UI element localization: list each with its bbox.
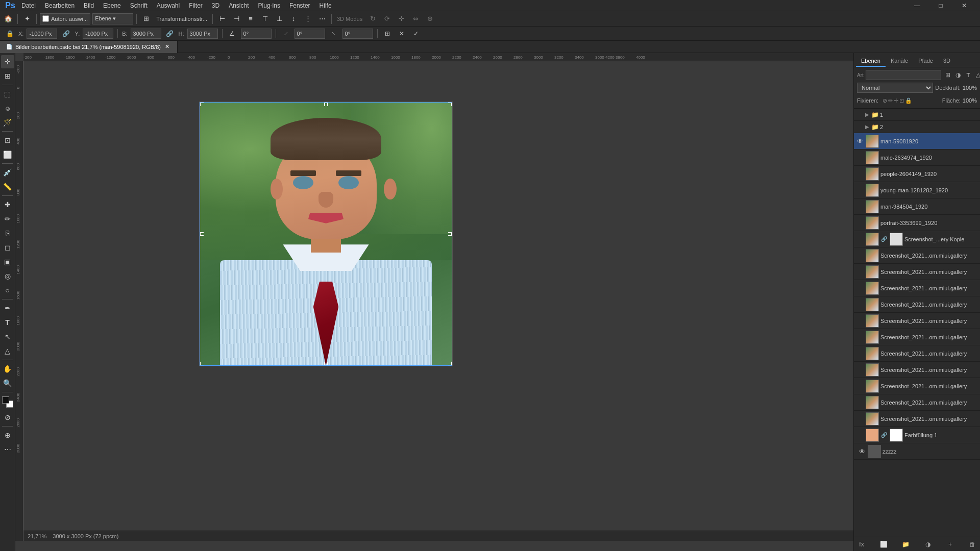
menu-bild[interactable]: Bild: [80, 1, 98, 10]
menu-ebene[interactable]: Ebene: [99, 1, 125, 10]
layer-ss1-vis[interactable]: 👁: [856, 252, 864, 260]
tab-ebenen[interactable]: Ebenen: [856, 56, 886, 67]
align-center-v-btn[interactable]: ⊥: [273, 13, 285, 25]
move-tool[interactable]: ✛: [1, 55, 14, 68]
menu-datei[interactable]: Datei: [17, 1, 40, 10]
healing-tool[interactable]: ✚: [1, 198, 14, 211]
layer-zzzzz[interactable]: 👁 zzzzz: [854, 443, 980, 460]
layer-ss5[interactable]: 👁 Screenshot_2021...om.miui.gallery: [854, 313, 980, 329]
distribute-btn[interactable]: ⋮: [302, 13, 314, 25]
layer-people2604-visibility[interactable]: 👁: [856, 170, 864, 178]
path-selection-tool[interactable]: ↖: [1, 330, 14, 343]
y-input[interactable]: [83, 29, 113, 39]
hand-tool[interactable]: ✋: [1, 362, 14, 375]
layer-man59-visibility[interactable]: 👁: [856, 137, 864, 145]
lock-pixels-btn[interactable]: ✏: [888, 97, 893, 104]
layer-man984[interactable]: 👁 man-984504_1920: [854, 198, 980, 215]
more-tools-btn[interactable]: ⋯: [1, 443, 14, 456]
layer-search-input[interactable]: [866, 70, 941, 80]
layer-chain-icon[interactable]: 🔗: [880, 236, 888, 243]
add-fx-btn[interactable]: fx: [856, 539, 867, 550]
layer-ss11[interactable]: 👁 Screenshot_2021...om.miui.gallery: [854, 411, 980, 427]
zoom-tool[interactable]: 🔍: [1, 377, 14, 390]
layer-ss6[interactable]: 👁 Screenshot_2021...om.miui.gallery: [854, 329, 980, 345]
menu-bearbeiten[interactable]: Bearbeiten: [41, 1, 79, 10]
layer-man59[interactable]: 👁 man-59081920: [854, 133, 980, 149]
layer-group-2[interactable]: 👁 ▶ 📁 2: [854, 121, 980, 133]
align-right-btn[interactable]: ≡: [244, 13, 257, 25]
layer-ss4-vis[interactable]: 👁: [856, 300, 864, 309]
layer-dropdown[interactable]: Ebene ▾: [92, 13, 133, 24]
move-tool-btn[interactable]: ✦: [21, 13, 33, 25]
magic-wand-tool[interactable]: 🪄: [1, 116, 14, 129]
eraser-tool[interactable]: ◻: [1, 241, 14, 254]
home-button[interactable]: 🏠: [2, 13, 14, 25]
layer-youngman[interactable]: 👁 young-man-1281282_1920: [854, 182, 980, 198]
layer-portrait3353[interactable]: 👁 portrait-3353699_1920: [854, 215, 980, 231]
change-mode-btn[interactable]: ⊕: [1, 429, 14, 442]
brush-tool[interactable]: ✏: [1, 212, 14, 226]
active-tab[interactable]: 📄 Bilder bearbeiten.psdc bei 21,7% (man-…: [0, 41, 178, 53]
menu-auswahl[interactable]: Auswahl: [153, 1, 184, 10]
layer-ss9-vis[interactable]: 👁: [856, 382, 864, 390]
layer-ss5-vis[interactable]: 👁: [856, 317, 864, 325]
layer-portrait3353-visibility[interactable]: 👁: [856, 219, 864, 227]
dodge-tool[interactable]: ○: [1, 284, 14, 297]
tab-kanaele[interactable]: Kanäle: [886, 56, 913, 67]
menu-fenster[interactable]: Fenster: [285, 1, 314, 10]
layer-ss10[interactable]: 👁 Screenshot_2021...om.miui.gallery: [854, 394, 980, 411]
menu-ansicht[interactable]: Ansicht: [225, 1, 253, 10]
layer-ss8[interactable]: 👁 Screenshot_2021...om.miui.gallery: [854, 362, 980, 378]
text-tool[interactable]: T: [1, 316, 14, 329]
minimize-button[interactable]: —: [905, 0, 929, 11]
more-btn[interactable]: ⋯: [316, 13, 328, 25]
eyedropper-tool[interactable]: 💉: [1, 166, 14, 179]
auto-select-dropdown[interactable]: Auton. auswi...: [40, 13, 90, 24]
crop-tool[interactable]: ⊡: [1, 134, 14, 147]
layer-male2634[interactable]: 👁 male-2634974_1920: [854, 149, 980, 166]
layer-zzzzz-vis[interactable]: 👁: [858, 447, 866, 456]
menu-filter[interactable]: Filter: [185, 1, 207, 10]
angle-input[interactable]: [241, 29, 272, 39]
quick-mask-tool[interactable]: ⊘: [1, 411, 14, 424]
frame-tool[interactable]: ⬜: [1, 148, 14, 161]
fill-chain-icon[interactable]: 🔗: [880, 432, 888, 439]
delete-layer-btn[interactable]: 🗑: [967, 539, 978, 550]
canvas-area[interactable]: -200 -1800 -1600 -1400 -1200 -1000 -800 …: [15, 53, 853, 551]
filter-text-btn[interactable]: T: [964, 70, 973, 80]
layer-male2634-visibility[interactable]: 👁: [856, 154, 864, 162]
menu-hilfe[interactable]: Hilfe: [315, 1, 336, 10]
layer-ss6-vis[interactable]: 👁: [856, 333, 864, 341]
shape-tool[interactable]: △: [1, 344, 14, 358]
3d-scale-btn[interactable]: ⊕: [424, 13, 436, 25]
auto-select-checkbox[interactable]: [42, 15, 49, 22]
group1-visibility[interactable]: 👁: [856, 111, 864, 119]
layer-people2604[interactable]: 👁 people-2604149_1920: [854, 166, 980, 182]
link-wh-btn[interactable]: 🔗: [164, 28, 176, 39]
layer-ss11-vis[interactable]: 👁: [856, 415, 864, 423]
align-center-h-btn[interactable]: ⊣: [230, 13, 242, 25]
tab-close-btn[interactable]: ✕: [164, 43, 171, 51]
create-group-btn[interactable]: 📁: [900, 539, 912, 550]
layer-youngman-visibility[interactable]: 👁: [856, 186, 864, 194]
layer-ss8-vis[interactable]: 👁: [856, 366, 864, 374]
shear-h-input[interactable]: [295, 29, 325, 39]
lock-artboard-btn[interactable]: ⊡: [899, 97, 904, 104]
shear-v-input[interactable]: [342, 29, 373, 39]
maximize-button[interactable]: □: [929, 0, 952, 11]
artboard-tool[interactable]: ⊞: [1, 69, 14, 83]
lasso-tool[interactable]: ⌾: [1, 102, 14, 115]
align-bottom-btn[interactable]: ↕: [287, 13, 300, 25]
menu-3d[interactable]: 3D: [208, 1, 224, 10]
color-picker[interactable]: [1, 395, 14, 409]
confirm-transform-btn[interactable]: ✓: [410, 28, 422, 39]
3d-rotate-btn[interactable]: ↻: [366, 13, 379, 25]
filter-adjust-btn[interactable]: ◑: [953, 70, 963, 80]
tab-3d[interactable]: 3D: [938, 56, 955, 67]
group1-chevron[interactable]: ▶: [865, 112, 869, 117]
add-mask-btn[interactable]: ⬜: [878, 539, 889, 550]
clone-tool[interactable]: ⎘: [1, 227, 14, 240]
layer-ss7-vis[interactable]: 👁: [856, 349, 864, 358]
layer-screencopy-visibility[interactable]: 👁: [856, 235, 864, 243]
blur-tool[interactable]: ◎: [1, 269, 14, 283]
